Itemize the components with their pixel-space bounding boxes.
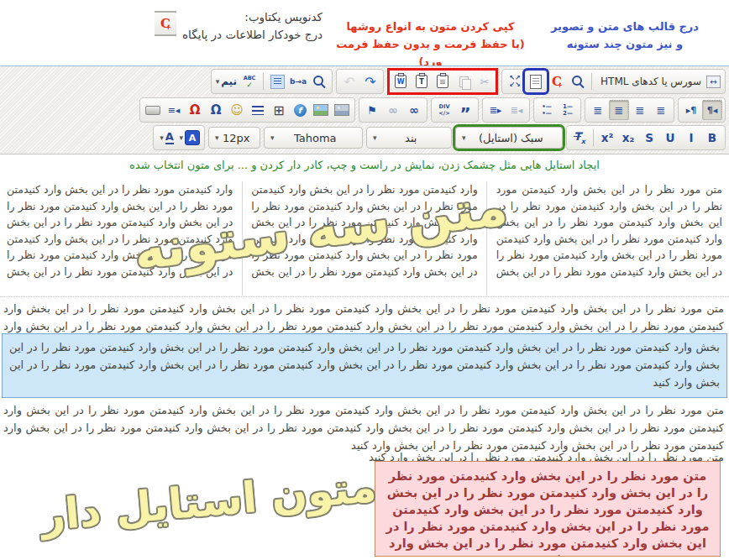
blockquote-icon: ” xyxy=(459,102,470,118)
align-left-button[interactable]: ≣ xyxy=(651,100,671,120)
background-color-button[interactable]: A ▾ xyxy=(177,128,202,148)
bold-icon: B xyxy=(708,131,716,144)
new-page-button[interactable] xyxy=(526,71,546,92)
align-right-button[interactable]: ≣ xyxy=(609,100,629,120)
half-space-label: نیم xyxy=(221,76,237,87)
paste-lines-glyph: ≡ xyxy=(439,77,446,86)
pink-styled-block[interactable]: متن مورد نظر را در این بخش وارد کنیدمتن … xyxy=(375,461,721,557)
subscript-button[interactable]: x₂ xyxy=(618,128,638,148)
ltr-paragraph-icon: ▸¶ xyxy=(686,105,697,116)
strikethrough-button[interactable]: S xyxy=(639,128,659,148)
find-button[interactable] xyxy=(309,71,329,92)
image-icon xyxy=(334,104,349,116)
blue-highlight-block[interactable]: بخش وارد کنیدمتن مورد نظر را در این بخش … xyxy=(2,333,727,398)
redo-button[interactable]: ↶ xyxy=(339,71,359,92)
preview-button[interactable] xyxy=(568,71,588,92)
font-size-select[interactable]: 12px ▾ xyxy=(208,127,260,149)
toolbar-group-lists: 1— 2— •— •— xyxy=(533,97,581,123)
anchor-button[interactable]: ⚑ xyxy=(362,100,382,120)
paste-from-word-button[interactable]: W xyxy=(391,71,411,92)
bulleted-list-button[interactable]: •— •— xyxy=(537,100,557,120)
horizontal-rule-button[interactable] xyxy=(248,100,268,120)
paragraph-format-select[interactable]: بند ▾ xyxy=(366,127,452,149)
new-page-icon xyxy=(530,75,542,89)
align-center-button[interactable]: ≣ xyxy=(630,100,650,120)
undo-button[interactable]: ↷ xyxy=(360,71,380,92)
justify-icon: ≣ xyxy=(594,104,603,117)
text-color-button[interactable]: A ▾ xyxy=(156,128,176,148)
superscript-icon: x² xyxy=(601,131,614,144)
justify-button[interactable]: ≣ xyxy=(588,100,608,120)
indent-button[interactable]: ≣▸ xyxy=(485,100,506,120)
source-button[interactable]: ↔ سورس یا کدهای HTML xyxy=(595,71,722,92)
bullet-row2: •— xyxy=(542,110,551,117)
remove-format-button[interactable]: Tx xyxy=(569,128,590,148)
unlink-button[interactable]: ∞ xyxy=(383,100,403,120)
anchor-flag-icon: ⚑ xyxy=(367,104,377,117)
source-icon: ↔ xyxy=(706,76,721,88)
page-break-button[interactable]: ≡◂ xyxy=(164,100,184,120)
page-break-icon: ≡◂ xyxy=(168,105,181,116)
special-char-fa-button[interactable]: Ω xyxy=(185,100,205,120)
select-all-button[interactable] xyxy=(267,71,287,92)
bold-button[interactable]: B xyxy=(702,128,722,148)
image-gallery-button[interactable] xyxy=(311,100,331,120)
numbered-list-button[interactable]: 1— 2— xyxy=(558,100,578,120)
superscript-button[interactable]: x² xyxy=(597,128,617,148)
image-button[interactable] xyxy=(332,100,352,120)
paste-button[interactable]: ≡ xyxy=(433,71,453,92)
toolbar-group-insert: f ⊞ ☺ Ω Ω ≡◂ xyxy=(139,97,355,123)
canvas: C+ کدنویس یکتاوب: درج خودکار اطلاعات در … xyxy=(0,0,729,560)
spellcheck-icon: ABC ✓ xyxy=(244,75,256,88)
image-gallery-icon xyxy=(313,104,328,116)
smiley-button[interactable]: ☺ xyxy=(227,100,247,120)
underline-button[interactable]: U xyxy=(660,128,680,148)
toolbar-divider xyxy=(263,73,264,90)
chevron-down-icon: ▾ xyxy=(160,133,164,142)
spellcheck-button[interactable]: ABC ✓ xyxy=(239,71,260,92)
replace-icon: b→a xyxy=(290,77,307,86)
maximize-icon: ↖↗ ↙↘ xyxy=(509,75,520,88)
flash-button[interactable]: f xyxy=(290,100,310,120)
copy-button[interactable] xyxy=(454,71,474,92)
templates-note-line1: درج قالب های متن و تصویر xyxy=(532,18,717,35)
link-button[interactable]: ∞ xyxy=(404,100,424,120)
yektaweb-insert-button[interactable]: C+ xyxy=(547,71,567,92)
blockquote-button[interactable]: ” xyxy=(455,100,475,120)
chevron-down-icon: ▾ xyxy=(373,133,377,142)
copy-icon xyxy=(459,76,469,87)
search-icon xyxy=(313,76,323,86)
font-family-value: Tahoma xyxy=(275,132,356,144)
styled-watermark-text[interactable]: متون استایل دار xyxy=(39,463,378,541)
underline-icon: U xyxy=(666,131,675,144)
paragraph-1[interactable]: متن مورد نظر را در این بخش وارد کنیدمتن … xyxy=(3,300,724,336)
table-button[interactable]: ⊞ xyxy=(269,100,289,120)
cut-button[interactable]: ✂ xyxy=(475,71,495,92)
paste-text-letter: T xyxy=(419,78,423,86)
toolbar-divider xyxy=(591,73,592,90)
paragraph-2[interactable]: متن مورد نظر را در این بخش وارد کنیدمتن … xyxy=(3,401,724,455)
codenevis-note: C+ کدنویس یکتاوب: درج خودکار اطلاعات در … xyxy=(155,8,323,44)
remove-format-t: T xyxy=(574,130,581,143)
horizontal-rule-icon xyxy=(252,106,264,115)
div-container-button[interactable]: DIV </> xyxy=(434,100,454,120)
font-family-select[interactable]: Tahoma ▾ xyxy=(264,127,363,149)
special-char-button[interactable]: Ω xyxy=(206,100,226,120)
text-direction-rtl-button[interactable]: ¶◂ xyxy=(702,100,722,120)
outdent-icon: ≣◂ xyxy=(511,105,523,116)
align-center-icon: ≣ xyxy=(636,104,645,117)
select-all-icon xyxy=(270,75,285,89)
text-direction-ltr-button[interactable]: ▸¶ xyxy=(681,100,701,120)
italic-button[interactable]: I xyxy=(681,128,701,148)
half-space-button[interactable]: نیم ▾ xyxy=(214,71,239,92)
style-select[interactable]: سبک (استایل) ▾ xyxy=(455,127,563,149)
outdent-button[interactable]: ≣◂ xyxy=(506,100,527,120)
replace-button[interactable]: b→a xyxy=(288,71,308,92)
align-left-icon: ≣ xyxy=(657,104,666,117)
maximize-button[interactable]: ↖↗ ↙↘ xyxy=(505,71,525,92)
plus-glyph: + xyxy=(165,21,171,34)
codenevis-button[interactable]: C+ xyxy=(155,11,176,36)
hidden-field-button[interactable] xyxy=(143,100,163,120)
paste-plain-text-button[interactable]: T xyxy=(412,71,432,92)
preview-icon xyxy=(572,76,582,86)
